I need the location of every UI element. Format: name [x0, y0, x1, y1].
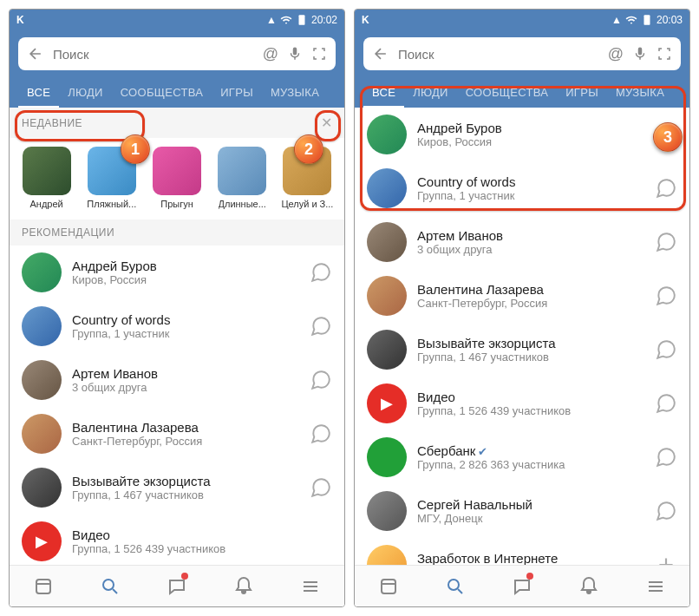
section-recs: РЕКОМЕНДАЦИИ — [10, 220, 344, 246]
list-item[interactable]: Country of words Группа, 1 участник — [355, 161, 689, 215]
message-icon[interactable] — [655, 285, 677, 307]
item-subtitle: Киров, Россия — [72, 273, 299, 286]
nav-news[interactable] — [10, 566, 76, 606]
tab-people[interactable]: ЛЮДИ — [404, 77, 456, 108]
nav-news[interactable] — [355, 566, 421, 606]
avatar — [367, 330, 407, 370]
message-icon[interactable] — [655, 338, 677, 361]
nav-notifications[interactable] — [211, 566, 278, 606]
back-icon[interactable] — [372, 45, 389, 62]
badge-dot — [526, 573, 533, 580]
list-item[interactable]: Артем Иванов 3 общих друга — [10, 353, 344, 407]
tabs: ВСЕ ЛЮДИ СООБЩЕСТВА ИГРЫ МУЗЫКА — [363, 77, 681, 108]
nav-menu[interactable] — [623, 566, 689, 606]
recent-item[interactable]: Прыгун — [147, 147, 206, 209]
message-icon[interactable] — [310, 261, 332, 284]
avatar — [22, 252, 62, 292]
list-item[interactable]: Вызывайте экзорциста Группа, 1 467 участ… — [10, 461, 344, 514]
tab-games[interactable]: ИГРЫ — [212, 77, 262, 108]
item-subtitle: Группа, 1 467 участников — [417, 351, 644, 364]
item-subtitle: МГУ, Донецк — [417, 512, 644, 525]
list-item[interactable]: Артем Иванов 3 общих друга — [355, 215, 689, 269]
nav-messages[interactable] — [488, 566, 555, 606]
list-item[interactable]: Андрей Буров Киров, Россия — [10, 246, 344, 299]
list-item[interactable]: Вызывайте экзорциста Группа, 1 467 участ… — [355, 323, 689, 377]
tab-all[interactable]: ВСЕ — [18, 77, 59, 108]
at-icon[interactable]: @ — [263, 45, 278, 63]
recent-label: Андрей — [29, 199, 62, 209]
message-icon[interactable] — [655, 500, 677, 522]
nav-search[interactable] — [76, 566, 143, 606]
list-item[interactable]: Сбербанк✔ Группа, 2 826 363 участника — [355, 430, 689, 484]
clear-recent-button[interactable]: ✕ — [321, 115, 333, 131]
statusbar: K ▲ 20:03 — [355, 10, 689, 30]
tab-all[interactable]: ВСЕ — [363, 77, 404, 108]
message-icon[interactable] — [310, 423, 332, 445]
carrier-letter: K — [362, 14, 369, 26]
avatar — [22, 414, 62, 454]
carrier-letter: K — [16, 14, 24, 26]
tab-music[interactable]: МУЗЫКА — [607, 77, 673, 108]
nav-messages[interactable] — [143, 566, 210, 606]
item-title: Андрей Буров — [417, 121, 644, 135]
search-input[interactable] — [398, 47, 599, 62]
list-item[interactable]: Андрей Буров Киров, Россия — [355, 108, 689, 161]
nav-menu[interactable] — [278, 566, 344, 606]
item-info: Вызывайте экзорциста Группа, 1 467 участ… — [72, 474, 299, 501]
recent-item[interactable]: Андрей — [16, 147, 76, 209]
list-item[interactable]: Country of words Группа, 1 участник — [10, 299, 344, 353]
avatar — [367, 222, 407, 262]
item-subtitle: Группа, 1 526 439 участников — [417, 404, 644, 417]
bottom-nav — [355, 565, 689, 606]
tab-communities[interactable]: СООБЩЕСТВА — [112, 77, 212, 108]
searchbar[interactable]: @ — [18, 37, 336, 70]
recent-avatar — [218, 147, 266, 195]
message-icon[interactable] — [655, 392, 677, 415]
section-recent: НЕДАВНИЕ ✕ — [10, 108, 344, 138]
list-item[interactable]: ▶ Видео Группа, 1 526 439 участников — [355, 377, 689, 430]
message-icon[interactable] — [655, 177, 677, 200]
at-icon[interactable]: @ — [608, 45, 624, 63]
list-item[interactable]: ▶ Видео Группа, 1 526 439 участников — [10, 514, 344, 565]
wifi-icon — [280, 14, 292, 26]
content: НЕДАВНИЕ ✕ Андрей Пляжный... Прыгун Длин… — [10, 108, 344, 565]
avatar — [22, 360, 62, 400]
plus-icon[interactable] — [655, 554, 677, 565]
tab-communities[interactable]: СООБЩЕСТВА — [457, 77, 558, 108]
header: @ ВСЕ ЛЮДИ СООБЩЕСТВА ИГРЫ МУЗЫКА — [10, 30, 344, 108]
nav-notifications[interactable] — [556, 566, 623, 606]
recent-item[interactable]: Длинные... — [212, 147, 272, 209]
clock: 20:02 — [311, 14, 337, 26]
mic-icon[interactable] — [632, 46, 648, 62]
search-input[interactable] — [53, 47, 254, 62]
tab-games[interactable]: ИГРЫ — [557, 77, 607, 108]
item-subtitle: Санкт-Петербург, Россия — [417, 297, 644, 310]
list-item[interactable]: Валентина Лазарева Санкт-Петербург, Росс… — [355, 269, 689, 323]
avatar: ▶ — [22, 521, 62, 561]
nav-search[interactable] — [421, 566, 488, 606]
message-icon[interactable] — [310, 315, 332, 337]
back-icon[interactable] — [27, 45, 44, 62]
signal-icon: ▲ — [266, 14, 277, 26]
message-icon[interactable] — [310, 369, 332, 391]
signal-icon: ▲ — [611, 14, 622, 26]
scan-icon[interactable] — [657, 46, 672, 62]
scan-icon[interactable] — [311, 46, 327, 62]
message-icon[interactable] — [655, 446, 677, 469]
tab-people[interactable]: ЛЮДИ — [59, 77, 111, 108]
header: @ ВСЕ ЛЮДИ СООБЩЕСТВА ИГРЫ МУЗЫКА — [355, 30, 689, 108]
battery-icon — [641, 14, 653, 26]
tab-music[interactable]: МУЗЫКА — [262, 77, 328, 108]
list-item[interactable]: Валентина Лазарева Санкт-Петербург, Росс… — [10, 407, 344, 461]
message-icon[interactable] — [655, 231, 677, 253]
message-icon[interactable] — [310, 476, 332, 499]
item-title: Вызывайте экзорциста — [72, 474, 299, 488]
list-item[interactable]: Сергей Навальный МГУ, Донецк — [355, 484, 689, 538]
item-title: Видео — [417, 390, 644, 404]
avatar — [367, 491, 407, 531]
item-title: Country of words — [417, 174, 644, 189]
searchbar[interactable]: @ — [363, 37, 681, 70]
list-item[interactable]: Заработок в Интернете Группа, 32 911 уча… — [355, 538, 689, 565]
mic-icon[interactable] — [287, 46, 303, 62]
item-subtitle: Группа, 2 826 363 участника — [417, 458, 644, 471]
